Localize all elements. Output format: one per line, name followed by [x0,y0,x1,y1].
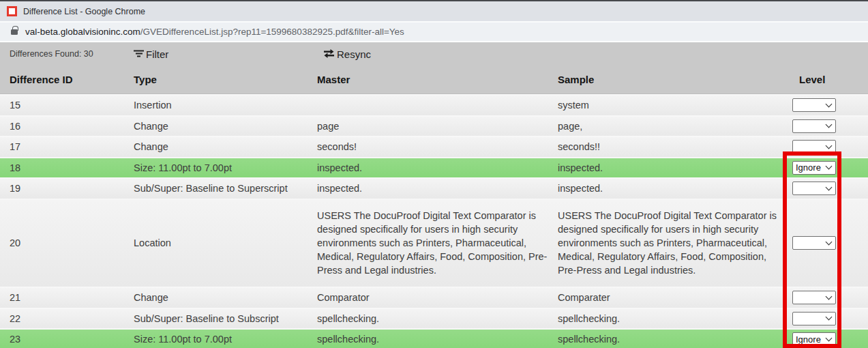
difference-id-cell: 21 [0,292,134,303]
toolbar: Differences Found: 30 Filter Resync [0,42,868,65]
sample-cell: system [558,98,781,112]
resync-button-label: Resync [337,48,371,59]
window-titlebar: Difference List - Google Chrome [0,1,868,21]
sample-cell: spellchecking. [558,312,781,325]
master-cell: Comparator [317,291,558,304]
level-select[interactable] [792,312,836,325]
master-cell: inspected. [317,182,558,195]
level-cell [781,312,868,325]
level-select[interactable] [792,119,836,133]
level-select-value: Ignore [796,334,821,345]
table-row[interactable]: 18 Size: 11.00pt to 7.00pt inspected. in… [0,157,868,178]
table-row[interactable]: 16 Change page page, [0,115,868,136]
resync-button[interactable]: Resync [323,48,371,59]
chevron-down-icon [826,238,833,245]
address-bar: val-beta.globalvisioninc.com/GVEDifferen… [0,23,868,41]
table-row[interactable]: 19 Sub/Super: Baseline to Superscript in… [0,177,868,199]
difference-id-cell: 15 [0,100,134,111]
level-select[interactable] [792,140,836,154]
table-row[interactable]: 21 Change Comparator Comparater [0,287,868,308]
level-cell: Ignore [781,332,868,346]
table-row[interactable]: 15 Insertion system [0,94,868,115]
master-cell: spellchecking. [317,332,558,346]
header-master: Master [317,74,558,85]
level-select-value: Ignore [796,162,821,173]
header-type: Type [134,74,317,85]
window-title: Difference List - Google Chrome [23,7,145,16]
master-cell: page [317,119,558,133]
master-cell: seconds! [317,140,558,154]
page-url: val-beta.globalvisioninc.com/GVEDifferen… [25,27,404,37]
chevron-down-icon [826,314,833,321]
level-cell [781,140,868,154]
level-cell [781,236,868,250]
difference-id-cell: 18 [0,162,134,173]
chevron-down-icon [826,293,833,300]
type-cell: Location [134,237,317,248]
table-header-area: Differences Found: 30 Filter Resync Diff… [0,42,868,94]
sample-cell: Comparater [558,291,781,304]
chevron-down-icon [826,121,833,128]
chevron-down-icon [826,100,833,107]
level-select[interactable] [792,182,836,195]
url-domain: val-beta.globalvisioninc.com [25,27,140,37]
differences-found-label: Differences Found: 30 [10,49,93,59]
level-cell [781,98,868,112]
sample-cell: USERS The DocuProof Digital Text Compara… [558,209,781,277]
type-cell: Size: 11.00pt to 7.00pt [134,162,317,173]
sample-cell: seconds!! [558,140,781,154]
level-select[interactable]: Ignore [792,161,836,175]
chevron-down-icon [826,184,833,190]
type-cell: Sub/Super: Baseline to Superscript [134,183,317,194]
type-cell: Sub/Super: Baseline to Subscript [134,313,317,324]
type-cell: Change [134,121,317,132]
chevron-down-icon [826,163,833,170]
table-row[interactable]: 17 Change seconds! seconds!! [0,136,868,157]
level-cell [781,119,868,133]
url-path: /GVEDifferenceList.jsp?rep11=15996803829… [140,27,404,37]
table-row[interactable]: 23 Size: 11.00pt to 7.00pt spellchecking… [0,328,868,348]
level-select[interactable] [792,291,836,304]
difference-id-cell: 19 [0,183,134,194]
sample-cell: inspected. [558,182,781,195]
master-cell: inspected. [317,161,558,175]
level-select[interactable] [792,98,836,112]
type-cell: Change [134,292,317,303]
filter-button[interactable]: Filter [134,48,168,59]
table-header-row: Difference ID Type Master Sample Level [0,65,868,93]
difference-id-cell: 23 [0,334,134,345]
resync-arrows-icon [323,49,335,59]
difference-id-cell: 20 [0,237,134,248]
header-level: Level [781,74,868,85]
table-row[interactable]: 22 Sub/Super: Baseline to Subscript spel… [0,308,868,329]
master-cell: spellchecking. [317,312,558,325]
difference-id-cell: 17 [0,141,134,152]
red-square-favicon-icon [7,6,17,16]
level-cell [781,291,868,304]
lock-icon[interactable] [11,29,18,35]
difference-id-cell: 22 [0,313,134,324]
type-cell: Size: 11.00pt to 7.00pt [134,334,317,345]
header-difference-id: Difference ID [0,74,134,85]
sample-cell: spellchecking. [558,332,781,346]
chevron-down-icon [826,142,833,149]
table-row[interactable]: 20 Location USERS The DocuProof Digital … [0,199,868,287]
level-select[interactable]: Ignore [792,332,836,346]
level-cell: Ignore [781,161,868,175]
master-cell: USERS The DocuProof Digital Text Compara… [317,209,558,277]
header-sample: Sample [558,74,781,85]
sample-cell: page, [558,119,781,133]
sample-cell: inspected. [558,161,781,175]
type-cell: Change [134,141,317,152]
difference-id-cell: 16 [0,121,134,132]
filter-button-label: Filter [146,48,168,59]
chevron-down-icon [826,334,833,341]
level-cell [781,182,868,195]
table-body: 15 Insertion system 16 Change page page,… [0,94,868,348]
filter-icon [134,50,144,58]
type-cell: Insertion [134,100,317,111]
level-select[interactable] [792,236,836,250]
